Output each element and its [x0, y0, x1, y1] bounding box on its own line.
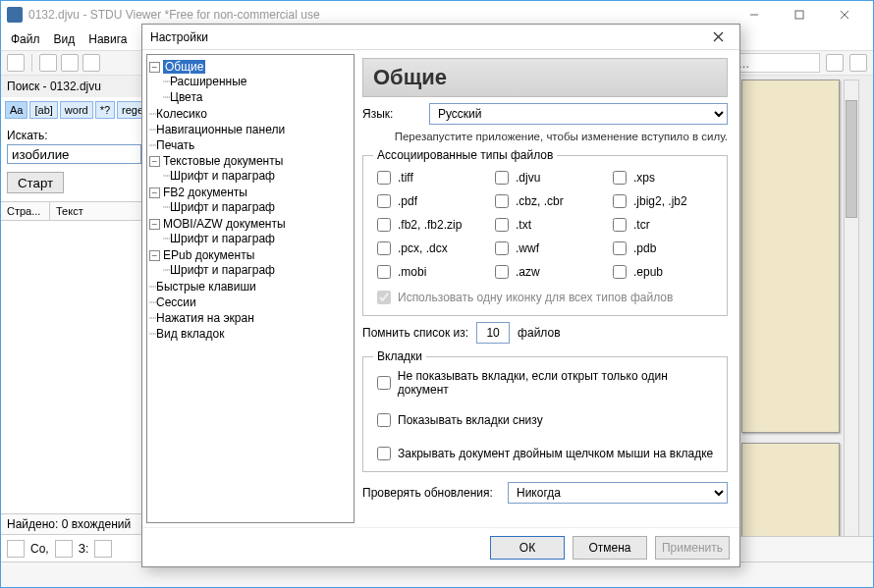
- lang-select[interactable]: Русский: [429, 103, 728, 125]
- open-icon[interactable]: [7, 54, 25, 72]
- tab-label[interactable]: З:: [79, 542, 89, 556]
- window-controls: [732, 1, 867, 28]
- results-list: [1, 221, 147, 513]
- settings-dialog: Настройки −Общие ┈Расширенные ┈Цвета ┈Ко…: [141, 24, 740, 567]
- close-button[interactable]: [822, 1, 867, 28]
- dialog-titlebar: Настройки: [142, 25, 739, 50]
- tab-icon[interactable]: [55, 540, 73, 558]
- tab-icon[interactable]: [7, 540, 25, 558]
- maximize-button[interactable]: [777, 1, 822, 28]
- tree-fb2[interactable]: FB2 документы: [163, 186, 247, 199]
- tabs-group: Вкладки Не показывать вкладки, если откр…: [362, 349, 728, 472]
- tree-sessions[interactable]: Сессии: [156, 295, 196, 309]
- mode-aa[interactable]: Aa: [5, 101, 27, 119]
- collapse-icon[interactable]: −: [149, 250, 160, 261]
- col-page[interactable]: Стра...: [1, 202, 50, 220]
- chk-fb2[interactable]: .fb2, .fb2.zip: [373, 215, 481, 235]
- found-label: Найдено: 0 вхождений: [1, 513, 147, 534]
- tabs-legend: Вкладки: [373, 349, 426, 363]
- col-text[interactable]: Текст: [50, 202, 89, 220]
- settings-tree[interactable]: −Общие ┈Расширенные ┈Цвета ┈Колесико ┈На…: [146, 54, 355, 523]
- binoculars-next-icon[interactable]: [849, 54, 867, 72]
- chk-mobi[interactable]: .mobi: [373, 262, 481, 282]
- svg-rect-1: [795, 11, 803, 19]
- chk-jbig2[interactable]: .jbig2, .jb2: [609, 191, 717, 211]
- collapse-icon[interactable]: −: [149, 62, 160, 73]
- chk-tab-dblclick[interactable]: Закрывать документ двойным щелчком мыши …: [373, 444, 717, 463]
- tree-wheel[interactable]: Колесико: [156, 107, 207, 121]
- tree-epub[interactable]: EPub документы: [163, 248, 254, 262]
- mode-ab[interactable]: [ab]: [29, 101, 57, 119]
- start-button[interactable]: Старт: [7, 172, 64, 193]
- scrollbar[interactable]: [844, 80, 859, 551]
- chk-one-icon: Использовать одну иконку для всех типов …: [373, 288, 717, 307]
- tree-print[interactable]: Печать: [156, 138, 194, 152]
- tree-font[interactable]: Шрифт и параграф: [170, 169, 275, 183]
- menu-nav[interactable]: Навига: [88, 32, 127, 46]
- menu-file[interactable]: Файл: [11, 32, 40, 46]
- tool-icon[interactable]: [61, 54, 79, 72]
- restart-hint: Перезапустите приложение, чтобы изменени…: [362, 131, 728, 142]
- search-input[interactable]: [7, 144, 141, 164]
- dialog-title: Настройки: [150, 30, 704, 44]
- dialog-close-button[interactable]: [704, 27, 732, 48]
- collapse-icon[interactable]: −: [149, 156, 160, 167]
- remember-input[interactable]: [476, 322, 510, 344]
- tree-font[interactable]: Шрифт и параграф: [170, 232, 275, 245]
- tree-hotkeys[interactable]: Быстрые клавиши: [156, 280, 256, 294]
- chk-tiff[interactable]: .tiff: [373, 168, 481, 187]
- page-thumb[interactable]: [741, 443, 840, 551]
- tree-navpanels[interactable]: Навигационные панели: [156, 123, 285, 136]
- assoc-legend: Ассоциированные типы файлов: [373, 148, 557, 162]
- chk-txt[interactable]: .txt: [491, 215, 599, 235]
- chk-pcx[interactable]: .pcx, .dcx: [373, 239, 481, 258]
- chk-wwf[interactable]: .wwf: [491, 239, 599, 258]
- collapse-icon[interactable]: −: [149, 219, 160, 230]
- mode-word[interactable]: word: [60, 101, 93, 119]
- tree-colors[interactable]: Цвета: [170, 90, 202, 104]
- remember-label-a: Помнить список из:: [362, 326, 468, 340]
- tab-label[interactable]: Со,: [30, 542, 49, 556]
- mode-wild[interactable]: *?: [95, 101, 115, 119]
- ok-button[interactable]: ОК: [490, 536, 565, 560]
- tree-tabs[interactable]: Вид вкладок: [156, 327, 224, 341]
- window-title: 0132.djvu - STDU Viewer *Free for non-co…: [28, 8, 732, 22]
- tab-icon[interactable]: [94, 540, 112, 558]
- tool-icon[interactable]: [39, 54, 57, 72]
- chk-pdf[interactable]: .pdf: [373, 191, 481, 211]
- tree-extended[interactable]: Расширенные: [170, 75, 247, 88]
- chk-pdb[interactable]: .pdb: [609, 239, 717, 258]
- search-panel-title: Поиск - 0132.djvu: [1, 76, 147, 97]
- collapse-icon[interactable]: −: [149, 187, 160, 198]
- page-thumb[interactable]: [741, 80, 840, 433]
- tree-screen[interactable]: Нажатия на экран: [156, 311, 254, 325]
- binoculars-icon[interactable]: [826, 54, 844, 72]
- chk-tab-bottom[interactable]: Показывать вкладки снизу: [373, 410, 717, 430]
- updates-select[interactable]: Никогда: [508, 482, 728, 504]
- tree-textdocs[interactable]: Текстовые документы: [163, 154, 283, 168]
- chk-cbz[interactable]: .cbz, .cbr: [491, 191, 599, 211]
- chk-azw[interactable]: .azw: [491, 262, 599, 282]
- tree-font[interactable]: Шрифт и параграф: [170, 263, 275, 277]
- chk-xps[interactable]: .xps: [609, 168, 717, 187]
- lang-label: Язык:: [362, 107, 421, 121]
- tree-general[interactable]: Общие: [163, 60, 205, 74]
- chk-tcr[interactable]: .tcr: [609, 215, 717, 235]
- apply-button[interactable]: Применить: [655, 536, 730, 560]
- cancel-button[interactable]: Отмена: [573, 536, 647, 560]
- results-header: Стра... Текст: [1, 201, 147, 221]
- scroll-thumb[interactable]: [846, 100, 857, 218]
- assoc-group: Ассоциированные типы файлов .tiff .djvu …: [362, 148, 728, 316]
- chk-djvu[interactable]: .djvu: [491, 168, 599, 187]
- pane-heading: Общие: [362, 58, 728, 97]
- settings-pane: Общие Язык: Русский Перезапустите прилож…: [358, 50, 739, 527]
- tree-mobi[interactable]: MOBI/AZW документы: [163, 217, 286, 231]
- chk-tab-single[interactable]: Не показывать вкладки, если открыт тольк…: [373, 369, 717, 397]
- app-icon: [7, 7, 23, 23]
- updates-label: Проверять обновления:: [362, 486, 500, 500]
- dialog-buttons: ОК Отмена Применить: [142, 527, 739, 566]
- chk-epub[interactable]: .epub: [609, 262, 717, 282]
- tree-font[interactable]: Шрифт и параграф: [170, 200, 275, 214]
- menu-view[interactable]: Вид: [54, 32, 76, 46]
- tool-icon[interactable]: [82, 54, 100, 72]
